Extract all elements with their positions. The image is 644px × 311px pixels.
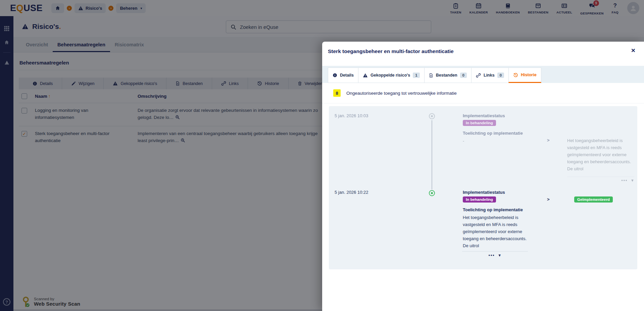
tab-label: Gekoppelde risico's xyxy=(370,73,410,78)
count-badge: 0 xyxy=(497,73,504,78)
tab-label: Historie xyxy=(521,73,537,77)
modal-tabs: Details Gekoppelde risico's1 Bestanden0 … xyxy=(322,66,644,83)
history-timeline: 5 jan. 2026 10:03 Implementatiestatus In… xyxy=(329,106,637,269)
risk-row: 8 Ongeautoriseerde toegang tot vertrouwe… xyxy=(322,83,644,103)
info-icon xyxy=(333,73,337,78)
ellipsis-icon: ••• xyxy=(489,253,495,258)
status-badge: In behandeling xyxy=(463,120,496,126)
entry-date: 5 jan. 2026 10:03 xyxy=(335,113,368,118)
status-badge-old: In behandeling xyxy=(463,196,496,203)
modal-title: Sterk toegangsbeheer en multi-factor aut… xyxy=(328,48,454,54)
change-arrow: > xyxy=(547,138,550,143)
note-text: Het toegangsbeheerbeleid is vastgesteld … xyxy=(463,214,532,249)
timeline-dot-icon xyxy=(429,113,435,119)
modal-tab-details[interactable]: Details xyxy=(328,68,358,83)
field-label: Implementatiestatus xyxy=(463,113,505,118)
caret-down-icon: ▼ xyxy=(498,253,501,257)
field-label: Implementatiestatus xyxy=(463,190,505,195)
ellipsis-icon: ••• xyxy=(622,178,628,183)
risk-score-badge: 8 xyxy=(333,89,341,97)
timeline-connector xyxy=(432,120,432,189)
expand-entry-button[interactable]: ••• ▼ xyxy=(462,253,528,258)
new-value: Het toegangsbeheerbeleid is vastgesteld … xyxy=(567,137,636,172)
field-label: Toelichting op implementatie xyxy=(463,131,523,136)
caret-down-icon: ▼ xyxy=(631,178,634,182)
modal-tab-links[interactable]: Links0 xyxy=(471,68,509,83)
modal-tab-bestanden[interactable]: Bestanden0 xyxy=(424,68,472,83)
app-screen: EQUSE › Risico's › Beheren ▾ TAKEN KALEN… xyxy=(0,0,644,311)
tab-label: Details xyxy=(340,73,354,78)
close-icon[interactable]: × xyxy=(631,46,635,54)
tab-label: Links xyxy=(484,73,495,78)
warning-icon xyxy=(363,73,368,78)
count-badge: 1 xyxy=(413,73,419,78)
expand-entry-button[interactable]: ••• ▼ xyxy=(567,178,634,183)
file-icon xyxy=(429,73,433,78)
old-value: - xyxy=(463,138,464,143)
tab-label: Bestanden xyxy=(436,73,457,78)
modal-tab-historie[interactable]: Historie xyxy=(508,68,541,83)
entry-date: 5 jan. 2026 10:22 xyxy=(335,190,368,195)
link-icon xyxy=(476,73,481,78)
history-icon xyxy=(513,73,518,78)
count-badge: 0 xyxy=(460,73,467,78)
modal-tab-gekoppelde-risicos[interactable]: Gekoppelde risico's1 xyxy=(358,68,425,83)
divider xyxy=(462,251,528,252)
risk-title: Ongeautoriseerde toegang tot vertrouweli… xyxy=(346,91,457,96)
history-modal: Sterk toegangsbeheer en multi-factor aut… xyxy=(322,42,644,311)
change-arrow: > xyxy=(547,197,550,202)
field-label: Toelichting op implementatie xyxy=(463,207,523,212)
divider xyxy=(567,177,634,177)
timeline-dot-icon xyxy=(429,190,435,196)
status-badge-new: Geïmplementeerd xyxy=(574,196,613,203)
